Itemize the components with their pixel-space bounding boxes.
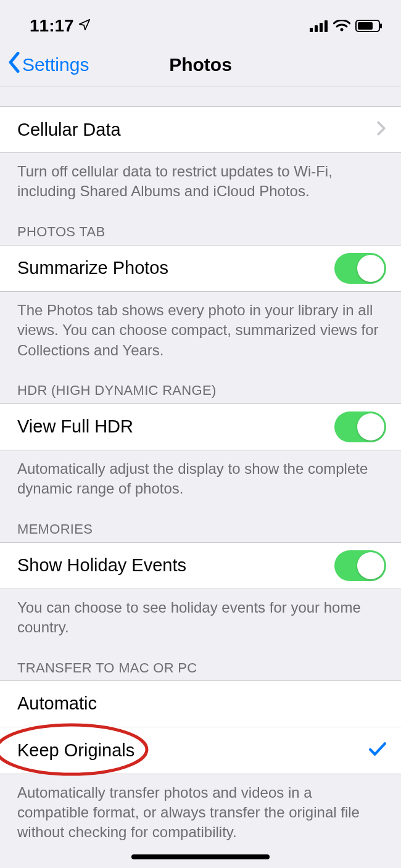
photos-tab-footer: The Photos tab shows every photo in your…	[0, 292, 401, 360]
status-left: 11:17	[30, 16, 91, 36]
chevron-right-icon	[376, 120, 386, 140]
hdr-footer: Automatically adjust the display to show…	[0, 450, 401, 499]
status-time: 11:17	[30, 16, 74, 36]
svg-point-4	[341, 28, 344, 31]
transfer-header: TRANSFER TO MAC OR PC	[0, 638, 401, 681]
home-indicator[interactable]	[131, 854, 270, 859]
transfer-automatic-label: Automatic	[17, 693, 97, 714]
transfer-keep-originals-row[interactable]: Keep Originals	[0, 727, 401, 774]
status-bar: 11:17	[0, 0, 401, 43]
hdr-header: HDR (HIGH DYNAMIC RANGE)	[0, 360, 401, 403]
checkmark-icon	[369, 740, 386, 761]
nav-bar: Settings Photos	[0, 43, 401, 86]
status-right	[310, 20, 382, 32]
svg-rect-0	[310, 28, 313, 32]
cellular-data-footer: Turn off cellular data to restrict updat…	[0, 153, 401, 202]
photos-tab-header: PHOTOS TAB	[0, 202, 401, 245]
view-full-hdr-label: View Full HDR	[17, 416, 133, 437]
battery-icon	[355, 20, 382, 32]
summarize-photos-row[interactable]: Summarize Photos	[0, 245, 401, 292]
cellular-data-row[interactable]: Cellular Data	[0, 106, 401, 153]
memories-footer: You can choose to see holiday events for…	[0, 589, 401, 638]
wifi-icon	[333, 20, 350, 32]
transfer-keep-originals-label: Keep Originals	[17, 740, 134, 761]
back-button[interactable]: Settings	[7, 52, 89, 77]
view-full-hdr-row[interactable]: View Full HDR	[0, 403, 401, 450]
summarize-photos-toggle[interactable]	[334, 253, 386, 284]
svg-rect-6	[358, 22, 373, 30]
cellular-data-label: Cellular Data	[17, 120, 121, 140]
show-holiday-events-row[interactable]: Show Holiday Events	[0, 542, 401, 589]
svg-rect-2	[320, 23, 323, 32]
view-full-hdr-toggle[interactable]	[334, 411, 386, 442]
cellular-signal-icon	[310, 20, 328, 32]
svg-rect-7	[380, 23, 382, 28]
transfer-footer: Automatically transfer photos and videos…	[0, 774, 401, 843]
back-label: Settings	[22, 54, 89, 75]
chevron-left-icon	[7, 52, 21, 77]
show-holiday-events-toggle[interactable]	[334, 550, 386, 581]
svg-rect-3	[325, 20, 328, 32]
location-icon	[78, 16, 91, 36]
summarize-photos-label: Summarize Photos	[17, 258, 168, 278]
transfer-automatic-row[interactable]: Automatic	[0, 680, 401, 727]
show-holiday-events-label: Show Holiday Events	[17, 555, 186, 576]
svg-rect-1	[315, 25, 318, 32]
memories-header: MEMORIES	[0, 499, 401, 542]
